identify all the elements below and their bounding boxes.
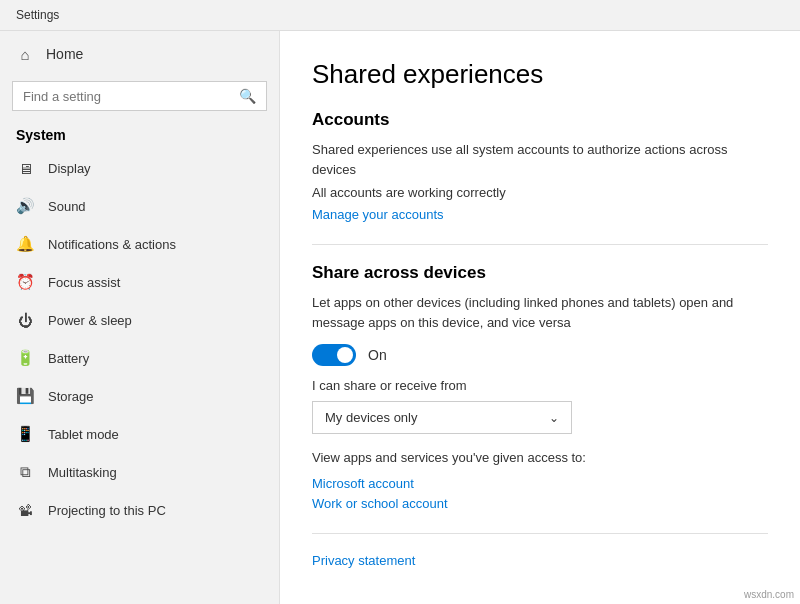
sidebar-item-label: Projecting to this PC <box>48 503 166 518</box>
sidebar-item-focus[interactable]: ⏰ Focus assist <box>0 263 279 301</box>
sidebar-item-sound[interactable]: 🔊 Sound <box>0 187 279 225</box>
projecting-icon: 📽 <box>16 501 34 519</box>
share-toggle[interactable] <box>312 344 356 366</box>
share-from-label: I can share or receive from <box>312 378 768 393</box>
storage-icon: 💾 <box>16 387 34 405</box>
power-icon: ⏻ <box>16 311 34 329</box>
sidebar-item-label: Power & sleep <box>48 313 132 328</box>
home-icon: ⌂ <box>16 45 34 63</box>
home-label: Home <box>46 46 83 62</box>
main-container: ⌂ Home 🔍 System 🖥 Display 🔊 Sound 🔔 Noti… <box>0 31 800 604</box>
search-box[interactable]: 🔍 <box>12 81 267 111</box>
chevron-down-icon: ⌄ <box>549 411 559 425</box>
sidebar-item-notifications[interactable]: 🔔 Notifications & actions <box>0 225 279 263</box>
sidebar-item-label: Notifications & actions <box>48 237 176 252</box>
sidebar-item-label: Storage <box>48 389 94 404</box>
sidebar-item-home[interactable]: ⌂ Home <box>0 31 279 77</box>
sidebar-item-multitasking[interactable]: ⧉ Multitasking <box>0 453 279 491</box>
sidebar-item-label: Display <box>48 161 91 176</box>
focus-icon: ⏰ <box>16 273 34 291</box>
sidebar-item-label: Focus assist <box>48 275 120 290</box>
accounts-status: All accounts are working correctly <box>312 185 768 200</box>
share-section-title: Share across devices <box>312 263 768 283</box>
watermark: wsxdn.com <box>744 589 794 600</box>
search-input[interactable] <box>23 89 231 104</box>
search-icon: 🔍 <box>239 88 256 104</box>
sidebar-item-label: Battery <box>48 351 89 366</box>
tablet-icon: 📱 <box>16 425 34 443</box>
sidebar-item-display[interactable]: 🖥 Display <box>0 149 279 187</box>
display-icon: 🖥 <box>16 159 34 177</box>
battery-icon: 🔋 <box>16 349 34 367</box>
manage-accounts-link[interactable]: Manage your accounts <box>312 207 444 222</box>
sidebar-item-label: Sound <box>48 199 86 214</box>
microsoft-account-link[interactable]: Microsoft account <box>312 476 414 491</box>
section-divider <box>312 244 768 245</box>
sidebar-item-projecting[interactable]: 📽 Projecting to this PC <box>0 491 279 529</box>
dropdown-value: My devices only <box>325 410 417 425</box>
sidebar-item-label: Multitasking <box>48 465 117 480</box>
title-bar: Settings <box>0 0 800 31</box>
accounts-title: Accounts <box>312 110 768 130</box>
toggle-knob <box>337 347 353 363</box>
sidebar-item-storage[interactable]: 💾 Storage <box>0 377 279 415</box>
accounts-description: Shared experiences use all system accoun… <box>312 140 768 179</box>
share-across-section: Share across devices Let apps on other d… <box>312 263 768 515</box>
multitasking-icon: ⧉ <box>16 463 34 481</box>
access-label: View apps and services you've given acce… <box>312 450 768 465</box>
sidebar-item-label: Tablet mode <box>48 427 119 442</box>
toggle-label: On <box>368 347 387 363</box>
title-bar-label: Settings <box>16 8 59 22</box>
sidebar-item-battery[interactable]: 🔋 Battery <box>0 339 279 377</box>
sidebar-item-power[interactable]: ⏻ Power & sleep <box>0 301 279 339</box>
privacy-statement-link[interactable]: Privacy statement <box>312 553 415 568</box>
sidebar-section-label: System <box>0 119 279 149</box>
devices-dropdown[interactable]: My devices only ⌄ <box>312 401 572 434</box>
sidebar: ⌂ Home 🔍 System 🖥 Display 🔊 Sound 🔔 Noti… <box>0 31 280 604</box>
sidebar-item-tablet[interactable]: 📱 Tablet mode <box>0 415 279 453</box>
share-description: Let apps on other devices (including lin… <box>312 293 768 332</box>
sound-icon: 🔊 <box>16 197 34 215</box>
accounts-section: Accounts Shared experiences use all syst… <box>312 110 768 226</box>
work-account-link[interactable]: Work or school account <box>312 496 448 511</box>
notifications-icon: 🔔 <box>16 235 34 253</box>
share-toggle-row: On <box>312 344 768 366</box>
bottom-divider <box>312 533 768 534</box>
main-content: Shared experiences Accounts Shared exper… <box>280 31 800 604</box>
page-title: Shared experiences <box>312 59 768 90</box>
